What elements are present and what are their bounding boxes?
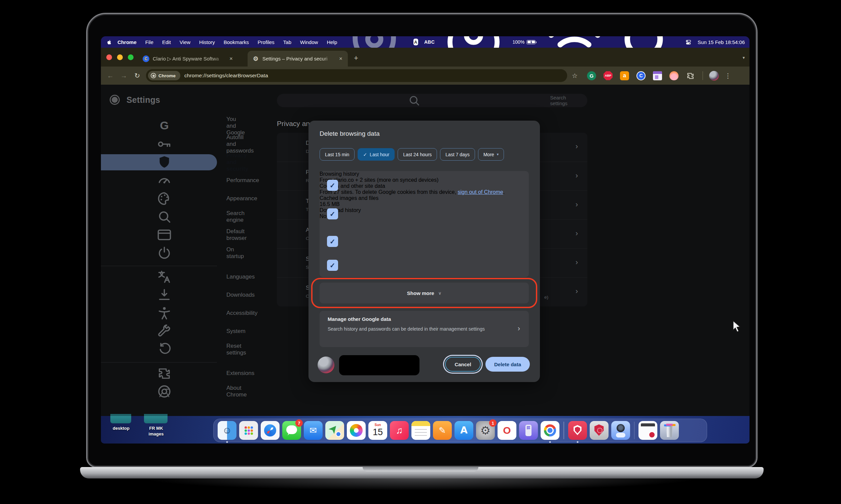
chevron-right-icon: › [576,200,578,209]
sidebar-item-system[interactable]: System [101,323,217,339]
new-tab-button[interactable]: + [354,54,358,62]
dock-clario-icon[interactable] [568,421,587,440]
zoom-window-button[interactable] [128,54,134,60]
chrome-menu-icon[interactable]: ⋮ [725,72,731,79]
menu-item-help[interactable]: Help [322,39,341,45]
menu-item-profiles[interactable]: Profiles [253,39,279,45]
dock-settings-icon[interactable]: ⚙1 [476,421,495,440]
sign-out-link[interactable]: sign out of Chrome [458,189,503,195]
time-range-more[interactable]: More▾ [478,148,504,161]
time-range-last-hour[interactable]: ✓Last hour [358,148,395,161]
checkbox-checked[interactable]: ✓ [327,236,338,247]
dock-window-icon[interactable] [638,421,657,440]
dock-safari-icon[interactable] [261,421,279,440]
reload-button[interactable]: ↻ [131,72,144,79]
dock-trash-icon[interactable] [660,421,679,440]
close-window-button[interactable] [106,54,112,60]
desktop-folder-icon[interactable] [110,414,131,424]
menu-item-file[interactable]: File [141,39,158,45]
dock-messages-icon[interactable]: 7 [282,421,301,440]
sidebar-item-performance[interactable]: Performance [101,173,217,188]
dock-chrome-icon[interactable] [540,421,560,440]
flame-extension-icon[interactable] [669,71,679,80]
settings-search-input[interactable]: Search settings [277,94,587,107]
dock-notes-icon[interactable] [411,421,430,440]
battery-indicator[interactable]: 100% [512,39,535,45]
sidebar-item-about-chrome[interactable]: About Chrome [101,383,217,399]
tab-close-icon[interactable]: × [229,55,234,62]
sidebar-item-you-and-google[interactable]: GYou and Google [101,118,217,134]
menu-item-view[interactable]: View [175,39,195,45]
apple-icon[interactable] [106,39,113,46]
profile-avatar[interactable] [709,71,719,80]
time-range-last-15-min[interactable]: Last 15 min [320,148,355,161]
dock-pages-icon[interactable]: ✎ [433,421,452,440]
adblock-plus-extension-icon[interactable]: ABP [603,71,613,80]
site-chip[interactable]: Chrome [148,71,180,80]
back-button[interactable]: ← [104,72,117,79]
address-bar[interactable]: Chrome chrome://settings/clearBrowserDat… [146,69,567,82]
time-range-last-7-days[interactable]: Last 7 days [440,148,475,161]
control-center-icon[interactable] [685,39,692,46]
cancel-button[interactable]: Cancel [445,357,481,372]
sidebar-item-downloads[interactable]: Downloads [101,287,217,303]
checkbox-checked[interactable]: ✓ [327,180,338,191]
amazon-extension-icon[interactable]: a [620,71,629,80]
menu-item-window[interactable]: Window [296,39,322,45]
delete-browsing-data-dialog: Delete browsing data Last 15 min✓Last ho… [308,121,540,382]
tab-close-icon[interactable]: × [339,55,343,62]
checkbox-checked[interactable]: ✓ [327,208,338,219]
forward-button[interactable]: → [117,72,131,79]
dock-music-icon[interactable]: ♫ [390,421,409,440]
time-range-last-24-hours[interactable]: Last 24 hours [398,148,437,161]
bookmark-star-icon[interactable]: ☆ [572,72,578,79]
menubar-clock[interactable]: Sun 15 Feb 18:54:06 [698,39,745,45]
sidebar-item-languages[interactable]: Languages [101,269,217,285]
input-source-icon[interactable]: A [413,39,418,46]
svg-text:G: G [160,119,169,132]
sidebar-item-extensions[interactable]: Extensions [101,365,217,381]
sidebar-item-appearance[interactable]: Appearance [101,191,217,206]
extensions-puzzle-icon[interactable] [686,71,695,80]
dock-photos-icon[interactable] [347,421,366,440]
dock-launchpad-icon[interactable] [239,421,258,440]
grammarly-extension-icon[interactable]: G [587,71,596,80]
clario-extension-icon[interactable]: C [636,71,646,80]
folder-label-desktop: desktop [102,425,141,431]
desktop-folder-icon[interactable] [144,414,168,424]
browser-tab[interactable]: CClario ▷ Anti Spyware Softwa× [138,51,238,67]
minimize-window-button[interactable] [117,54,123,60]
manage-google-data-row[interactable]: Manage other Google data Search history … [320,311,529,347]
dock-opera-icon[interactable]: O [498,421,516,440]
calendar-day-label: Sun [368,423,387,427]
dock-finder-icon[interactable]: ☺ [218,421,237,440]
menu-item-edit[interactable]: Edit [158,39,175,45]
menu-item-history[interactable]: History [195,39,219,45]
input-abc-label[interactable]: ABC [424,39,435,45]
delete-data-button[interactable]: Delete data [485,357,530,372]
sidebar-item-autofill-and-passwords[interactable]: Autofill and passwords [101,136,217,152]
dock-maps-icon[interactable] [325,421,344,440]
dock-mail-icon[interactable]: ✉ [304,421,323,440]
checkbox-checked[interactable]: ✓ [327,260,338,271]
browser-tab[interactable]: ⚙Settings – Privacy and securi× [247,51,348,67]
dock-calendar-icon[interactable]: Sun15 [368,421,387,440]
menu-chrome[interactable]: Chrome [113,39,141,45]
dock-camera-icon[interactable] [611,421,630,440]
sidebar-item-privacy-and-security[interactable]: Privacy and security [101,154,217,170]
page-extension-icon[interactable] [653,71,662,80]
chrome-logo-icon [151,73,156,78]
sidebar-item-search-engine[interactable]: Search engine [101,209,217,225]
sidebar-item-accessibility[interactable]: Accessibility [101,305,217,321]
menu-item-tab[interactable]: Tab [279,39,296,45]
show-more-button[interactable]: Show more ∨ [320,283,529,303]
sidebar-item-reset-settings[interactable]: Reset settings [101,341,217,358]
sidebar-item-on-startup[interactable]: On startup [101,245,217,261]
menu-item-bookmarks[interactable]: Bookmarks [219,39,253,45]
sidebar-item-default-browser[interactable]: Default browser [101,227,217,243]
dock-shield2-icon[interactable] [590,421,608,440]
dock-remote-icon[interactable] [519,421,538,440]
dock-glyph: ♫ [396,426,403,435]
dock-appstore-icon[interactable]: A [454,421,473,440]
tab-search-chevron-icon[interactable]: ▾ [742,55,745,60]
